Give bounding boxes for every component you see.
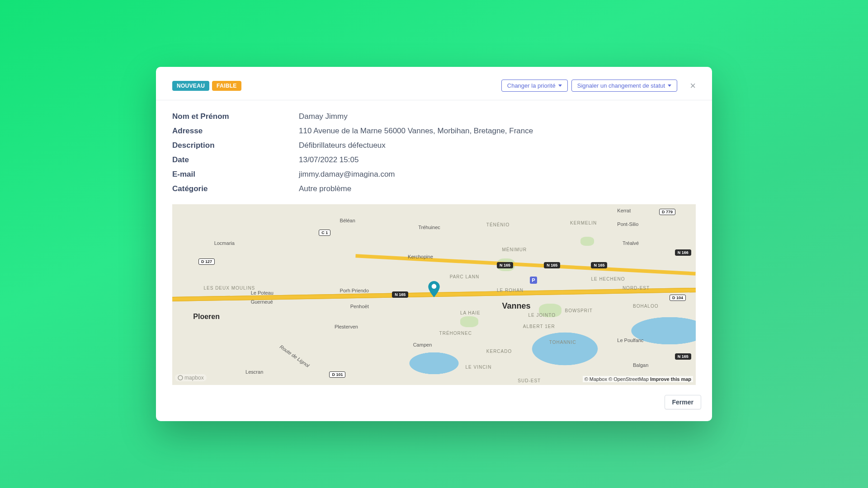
change-priority-label: Changer la priorité	[507, 82, 556, 89]
map-town: Porh Priendo	[340, 288, 369, 293]
change-status-button[interactable]: Signaler un changement de statut	[571, 80, 677, 92]
road-shield: N 165	[591, 262, 607, 268]
category-value: Autre problème	[299, 184, 351, 193]
field-date: Date 13/07/2022 15:05	[172, 153, 696, 167]
category-label: Catégorie	[172, 184, 299, 193]
map-district: SUD-EST	[518, 378, 541, 383]
email-label: E-mail	[172, 170, 299, 179]
name-value: Damay Jimmy	[299, 112, 348, 121]
road-shield: N 165	[675, 353, 691, 360]
map-district: LE VINCIN	[465, 365, 491, 370]
map-park	[460, 316, 478, 327]
map-park	[580, 237, 594, 246]
map-town: Campen	[413, 342, 432, 347]
map-district: NORD-EST	[623, 286, 650, 291]
modal-footer: Fermer	[156, 385, 712, 421]
road-shield: D 127	[198, 258, 215, 265]
road-shield: N 165	[392, 291, 408, 298]
description-label: Description	[172, 141, 299, 150]
field-category: Catégorie Autre problème	[172, 182, 696, 196]
attrib-osm[interactable]: © OpenStreetMap	[609, 376, 649, 382]
map-town: Béléan	[340, 218, 355, 223]
map-town: Tréhuinec	[418, 225, 440, 230]
address-value: 110 Avenue de la Marne 56000 Vannes, Mor…	[299, 127, 533, 136]
map-district: LA HAIE	[460, 310, 481, 315]
map-marker-icon	[428, 281, 440, 297]
map-district: LES DEUX MOULINS	[203, 286, 255, 291]
road-shield: C 1	[319, 230, 330, 236]
map-town: Le Poteau	[251, 290, 274, 296]
location-map[interactable]: N 165 D 127 C 1 D 101 D 104 D 779 N 165 …	[172, 204, 696, 385]
modal-header: NOUVEAU FAIBLE Changer la priorité Signa…	[156, 67, 712, 100]
map-district: KERMELIN	[570, 221, 597, 225]
map-town: Penhoët	[350, 304, 369, 309]
road-shield: N 165	[497, 262, 513, 268]
map-district: TÉNÉNIO	[486, 222, 509, 227]
map-attribution: © Mapbox © OpenStreetMap Improve this ma…	[583, 376, 693, 382]
map-town: Pont-Silio	[617, 221, 638, 227]
email-value: jimmy.damay@imagina.com	[299, 170, 395, 179]
map-town: Le Poulfanc	[617, 338, 643, 343]
name-label: Nom et Prénom	[172, 112, 299, 121]
map-district: BOHALOO	[633, 304, 658, 309]
map-district: BOWSPRIT	[565, 308, 593, 313]
date-label: Date	[172, 155, 299, 164]
map-district: TRÉHORNEC	[439, 331, 472, 336]
badges-group: NOUVEAU FAIBLE	[172, 81, 241, 91]
status-badge: NOUVEAU	[172, 81, 209, 91]
field-email: E-mail jimmy.damay@imagina.com	[172, 167, 696, 182]
address-label: Adresse	[172, 127, 299, 136]
map-city-secondary: Ploeren	[193, 313, 220, 321]
map-town: Balgan	[633, 362, 648, 368]
map-city-main: Vannes	[502, 301, 531, 311]
map-district: TOHANNIC	[549, 340, 576, 345]
change-priority-button[interactable]: Changer la priorité	[501, 80, 568, 92]
road-shield: D 779	[659, 209, 675, 215]
field-address: Adresse 110 Avenue de la Marne 56000 Van…	[172, 124, 696, 138]
road-shield: D 101	[329, 371, 345, 378]
svg-point-0	[432, 284, 437, 289]
road-shield: N 165	[544, 262, 560, 268]
map-town: Locmaria	[214, 240, 235, 246]
map-town: Tréalvé	[623, 240, 639, 246]
svg-point-1	[178, 375, 183, 380]
map-town: Plesterven	[335, 324, 358, 329]
map-district: MÉNIMUR	[502, 247, 527, 252]
header-actions: Changer la priorité Signaler un changeme…	[501, 80, 696, 92]
road-shield: D 104	[670, 295, 686, 301]
mapbox-logo: mapbox	[175, 374, 207, 381]
priority-badge: FAIBLE	[212, 81, 241, 91]
road-shield: N 166	[675, 249, 691, 256]
map-district: ALBERT 1ER	[523, 324, 555, 329]
mapbox-logo-text: mapbox	[184, 375, 204, 381]
chevron-down-icon	[558, 84, 562, 87]
map-town: Kerchopine	[408, 254, 433, 259]
change-status-label: Signaler un changement de statut	[577, 82, 665, 89]
close-icon[interactable]: ×	[690, 81, 696, 91]
description-value: Défibrillateurs défectueux	[299, 141, 386, 150]
chevron-down-icon	[668, 84, 671, 87]
modal-body: Nom et Prénom Damay Jimmy Adresse 110 Av…	[156, 100, 712, 385]
map-district: PARC LANN	[450, 274, 480, 279]
field-name: Nom et Prénom Damay Jimmy	[172, 109, 696, 124]
close-button[interactable]: Fermer	[665, 395, 701, 409]
map-town: Guerneué	[251, 299, 273, 305]
map-district: LE HECHENO	[591, 277, 625, 282]
date-value: 13/07/2022 15:05	[299, 155, 359, 164]
parking-icon: P	[530, 277, 537, 284]
map-town: Lescran	[245, 369, 263, 375]
field-description: Description Défibrillateurs défectueux	[172, 138, 696, 153]
map-district: LE JOINTO	[528, 313, 556, 318]
map-district: LE ROHAN	[497, 288, 524, 293]
map-town: Kerrat	[617, 208, 631, 213]
map-district: KERCADO	[486, 349, 512, 354]
attrib-mapbox[interactable]: © Mapbox	[585, 376, 607, 382]
report-detail-modal: NOUVEAU FAIBLE Changer la priorité Signa…	[156, 67, 712, 421]
attrib-improve[interactable]: Improve this map	[650, 376, 691, 382]
